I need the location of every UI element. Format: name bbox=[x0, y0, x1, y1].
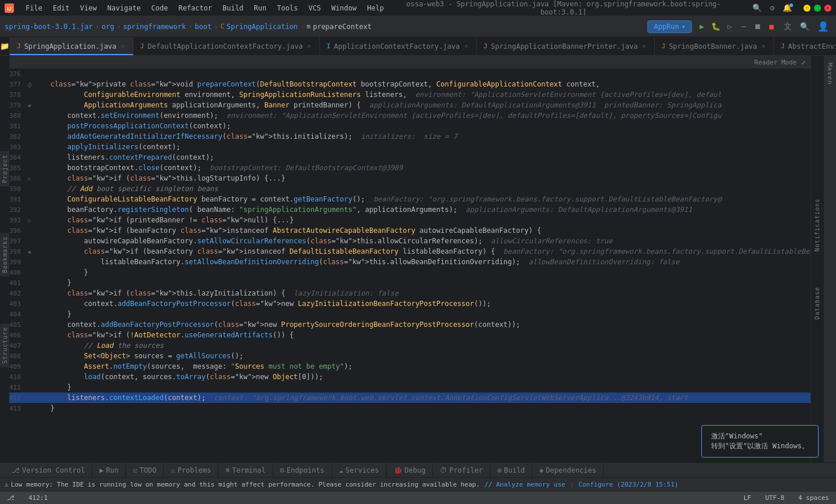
menu-view[interactable]: View bbox=[75, 3, 102, 13]
menu-tools[interactable]: Tools bbox=[272, 3, 302, 13]
run-icon: ▶ bbox=[99, 466, 103, 474]
notifications-label[interactable]: Notifications bbox=[814, 199, 820, 251]
tab-springapplication[interactable]: J SpringApplication.java × bbox=[10, 37, 134, 55]
reader-mode-bar: Reader Mode ✓ bbox=[9, 56, 810, 69]
breadcrumb-jar[interactable]: spring-boot-3.0.1.jar bbox=[5, 23, 93, 31]
run-button[interactable]: ▶ bbox=[696, 20, 708, 33]
tab-close-0[interactable]: × bbox=[120, 42, 126, 50]
code-line-377: 377@ class="kw">private class="kw">void … bbox=[9, 79, 810, 89]
menu-help[interactable]: Help bbox=[362, 3, 388, 13]
deps-label: Dependencies bbox=[546, 466, 596, 474]
bottom-tab-profiler[interactable]: ⏱ Profiler bbox=[433, 463, 491, 477]
apprun-label: AppRun bbox=[654, 23, 679, 31]
search-icon[interactable]: 🔍 bbox=[798, 21, 812, 32]
menu-file[interactable]: File bbox=[21, 3, 47, 13]
more-run-button[interactable]: ⋯ bbox=[737, 20, 750, 33]
code-line-407: 407 // Load the sources bbox=[9, 340, 810, 351]
bottom-tab-services[interactable]: ☁ Services bbox=[332, 463, 387, 477]
title-bar-left: IJ File Edit View Navigate Code Refactor… bbox=[5, 3, 388, 13]
bottom-tab-dependencies[interactable]: ◈ Dependencies bbox=[532, 463, 604, 477]
minimize-button[interactable]: − bbox=[803, 5, 810, 12]
breadcrumb-springframework[interactable]: springframework bbox=[123, 23, 186, 31]
breadcrumb-org[interactable]: org bbox=[102, 23, 114, 31]
code-line-411: 411 } bbox=[9, 382, 810, 393]
code-line-402: 402 class="kw">if (class="kw">this.lazyI… bbox=[9, 288, 810, 298]
notifications-icon[interactable]: 🔔 bbox=[780, 2, 794, 13]
sidebar-project-label[interactable]: Project bbox=[0, 151, 10, 186]
coverage-button[interactable]: ▷ bbox=[723, 20, 736, 33]
configure-link[interactable]: Configure (2023/2/8 15:51) bbox=[578, 481, 678, 488]
status-encoding[interactable]: UTF-8 bbox=[763, 494, 787, 502]
database-label[interactable]: Database bbox=[814, 287, 820, 319]
tab-close-1[interactable]: × bbox=[307, 42, 312, 50]
line-number: 380 bbox=[9, 110, 28, 121]
line-number: 386 bbox=[9, 173, 28, 183]
tab-abstractenvironment[interactable]: J AbstractEnvironment.java × bbox=[774, 37, 836, 55]
reader-mode-check[interactable]: ✓ bbox=[801, 58, 806, 67]
menu-build[interactable]: Build bbox=[218, 3, 248, 13]
tab-defaultapplicationcontextfactory[interactable]: J DefaultApplicationContextFactory.java … bbox=[134, 37, 320, 55]
tab-springapplicationbannerprinter[interactable]: J SpringApplicationBannerPrinter.java × bbox=[477, 37, 655, 55]
menu-run[interactable]: Run bbox=[249, 3, 271, 13]
line-number: 401 bbox=[9, 278, 28, 288]
apprun-dropdown[interactable]: AppRun ▾ bbox=[647, 20, 692, 33]
bottom-tab-todo[interactable]: ☑ TODO bbox=[126, 463, 164, 477]
tab-close-4[interactable]: × bbox=[761, 42, 766, 50]
code-content: class="kw">if (!AotDetector.useGenerated… bbox=[31, 330, 810, 340]
stop-red-button[interactable]: ■ bbox=[765, 20, 778, 33]
tab-label: ApplicationContextFactory.java bbox=[334, 42, 460, 51]
problems-label: Problems bbox=[178, 466, 211, 474]
menu-vcs[interactable]: VCS bbox=[304, 3, 326, 13]
line-number: 407 bbox=[9, 340, 28, 351]
breadcrumb-class[interactable]: SpringApplication bbox=[226, 23, 298, 31]
bottom-tab-versioncontrol[interactable]: ⎇ Version Control bbox=[5, 463, 92, 477]
code-content: applyInitializers(context); bbox=[31, 142, 810, 152]
code-line-399: 399 listableBeanFactory.setAllowBeanDefi… bbox=[9, 257, 810, 267]
tab-springbootbanner[interactable]: J SpringBootBanner.java × bbox=[655, 37, 774, 55]
breadcrumb: spring-boot-3.0.1.jar › org › springfram… bbox=[5, 23, 645, 31]
debug-button[interactable]: 🐛 bbox=[709, 20, 722, 33]
tab-close-3[interactable]: × bbox=[641, 42, 647, 50]
status-position[interactable]: 412:1 bbox=[26, 494, 50, 502]
memory-warning-text: Low memory: The IDE is running low on me… bbox=[11, 481, 480, 488]
status-indent[interactable]: 4 spaces bbox=[796, 494, 831, 502]
java-icon: J bbox=[17, 42, 21, 50]
code-scroll-area[interactable]: 376377@ class="kw">private class="kw">vo… bbox=[9, 69, 810, 462]
analyze-link[interactable]: // Analyze memory use bbox=[485, 481, 565, 488]
maximize-button[interactable]: □ bbox=[814, 5, 821, 12]
breadcrumb-boot[interactable]: boot bbox=[194, 23, 211, 31]
stop-button[interactable]: ⏹ bbox=[751, 20, 764, 33]
code-content bbox=[31, 69, 810, 79]
menu-refactor[interactable]: Refactor bbox=[174, 3, 217, 13]
menu-window[interactable]: Window bbox=[327, 3, 361, 13]
code-line-381: 381 postProcessApplicationContext(contex… bbox=[9, 121, 810, 131]
menu-edit[interactable]: Edit bbox=[48, 3, 74, 13]
user-icon[interactable]: 👤 bbox=[815, 20, 831, 33]
bottom-tab-terminal[interactable]: ⌘ Terminal bbox=[218, 463, 273, 477]
tab-applicationcontextfactory[interactable]: I ApplicationContextFactory.java × bbox=[320, 37, 477, 55]
bottom-tab-debug[interactable]: 🐞 Debug bbox=[387, 463, 433, 477]
tab-close-2[interactable]: × bbox=[463, 42, 469, 50]
toast-line1: 激活"Windows" bbox=[711, 431, 809, 441]
bottom-tab-run[interactable]: ▶ Run bbox=[92, 463, 126, 477]
settings-icon[interactable]: ⚙ bbox=[767, 2, 777, 13]
maven-sidebar[interactable]: Maven bbox=[823, 56, 836, 462]
bottom-tab-problems[interactable]: ⚠ Problems bbox=[164, 463, 218, 477]
menu-code[interactable]: Code bbox=[147, 3, 173, 13]
close-button[interactable]: × bbox=[824, 5, 831, 12]
status-git[interactable]: ⎇ bbox=[5, 494, 17, 502]
maven-label[interactable]: Maven bbox=[826, 56, 834, 92]
sidebar-structure-label[interactable]: Structure bbox=[0, 323, 10, 367]
todo-label: TODO bbox=[140, 466, 157, 474]
vc-label: Version Control bbox=[22, 466, 85, 474]
status-lf[interactable]: LF bbox=[741, 494, 754, 502]
line-number: 397 bbox=[9, 236, 28, 246]
translate-icon[interactable]: 文 bbox=[781, 20, 794, 33]
project-panel-toggle[interactable]: 📁 bbox=[0, 37, 10, 55]
menu-navigate[interactable]: Navigate bbox=[103, 3, 146, 13]
bottom-tab-endpoints[interactable]: ⊡ Endpoints bbox=[273, 463, 332, 477]
search-everywhere-icon[interactable]: 🔍 bbox=[750, 2, 764, 13]
sidebar-bookmarks-label[interactable]: Bookmarks bbox=[0, 233, 10, 276]
code-content: Set<Object> sources = getAllSources(); bbox=[31, 351, 810, 361]
bottom-tab-build[interactable]: ⚙ Build bbox=[491, 463, 532, 477]
